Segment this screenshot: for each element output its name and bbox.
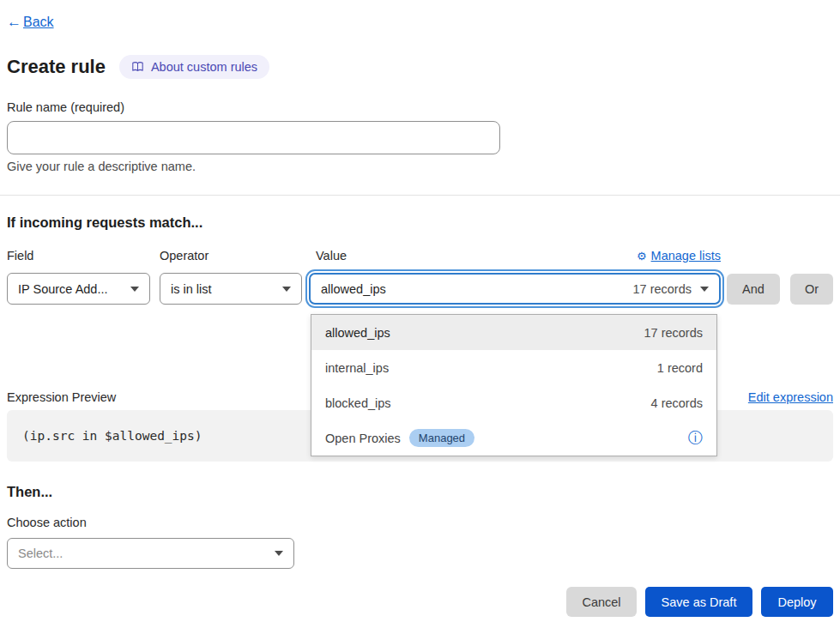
operator-column-label: Operator (160, 249, 208, 263)
dropdown-item-blocked-ips[interactable]: blocked_ips 4 records (311, 385, 716, 420)
back-nav: ← Back (7, 14, 54, 31)
choose-action-label: Choose action (7, 516, 87, 529)
about-custom-rules-link[interactable]: About custom rules (119, 55, 269, 79)
back-link[interactable]: Back (23, 15, 54, 30)
chevron-down-icon (130, 287, 139, 292)
back-arrow-icon: ← (7, 14, 21, 31)
dropdown-item-open-proxies[interactable]: Open Proxies Managed ⓘ (311, 420, 716, 456)
operator-select-value: is in list (171, 282, 212, 296)
expression-code: (ip.src in $allowed_ips) (22, 429, 202, 443)
manage-lists-link[interactable]: ⚙ Manage lists (637, 249, 721, 263)
edit-expression-link[interactable]: Edit expression (748, 390, 833, 404)
list-record-count: 4 records (651, 396, 703, 410)
chevron-down-icon (700, 287, 709, 292)
manage-lists-label: Manage lists (651, 249, 721, 263)
dropdown-item-allowed-ips[interactable]: allowed_ips 17 records (311, 315, 716, 350)
chevron-down-icon (275, 551, 283, 556)
list-name: internal_ips (325, 361, 389, 375)
list-name: Open Proxies (325, 432, 401, 445)
then-section-heading: Then... (7, 484, 52, 500)
match-section-heading: If incoming requests match... (7, 214, 202, 231)
create-rule-page: ← Back Create rule About custom rules Ru… (0, 0, 840, 634)
or-button[interactable]: Or (790, 274, 833, 305)
section-divider (0, 195, 840, 196)
list-record-count: 1 record (657, 361, 703, 375)
field-column-label: Field (7, 249, 33, 263)
gear-icon: ⚙ (637, 250, 647, 263)
rule-name-label: Rule name (required) (7, 100, 124, 114)
field-select[interactable]: IP Source Add... (7, 273, 150, 305)
managed-badge: Managed (409, 429, 474, 447)
dropdown-item-internal-ips[interactable]: internal_ips 1 record (311, 350, 716, 385)
chevron-down-icon (282, 287, 291, 292)
expression-preview-label: Expression Preview (7, 390, 116, 404)
operator-select[interactable]: is in list (160, 273, 302, 305)
value-select-dropdown: allowed_ips 17 records internal_ips 1 re… (311, 314, 717, 456)
list-name: blocked_ips (325, 396, 391, 410)
value-select-value: allowed_ips (321, 282, 386, 296)
cancel-button[interactable]: Cancel (566, 587, 637, 617)
action-select-placeholder: Select... (18, 546, 63, 560)
action-select[interactable]: Select... (7, 538, 294, 569)
field-select-value: IP Source Add... (18, 282, 108, 296)
value-column-label: Value (316, 249, 347, 263)
page-title: Create rule (7, 56, 106, 78)
list-name: allowed_ips (325, 326, 390, 340)
title-row: Create rule About custom rules (7, 55, 269, 79)
list-record-count: 17 records (644, 326, 703, 340)
info-icon[interactable]: ⓘ (688, 431, 703, 445)
and-button[interactable]: And (727, 274, 780, 305)
value-select-record-count: 17 records (632, 282, 692, 296)
save-as-draft-button[interactable]: Save as Draft (645, 587, 752, 617)
about-custom-rules-label: About custom rules (151, 60, 257, 74)
value-select[interactable]: allowed_ips 17 records (309, 273, 721, 305)
book-icon (131, 61, 144, 73)
deploy-button[interactable]: Deploy (761, 587, 833, 617)
rule-name-input[interactable] (7, 121, 500, 154)
rule-name-help: Give your rule a descriptive name. (7, 160, 196, 173)
